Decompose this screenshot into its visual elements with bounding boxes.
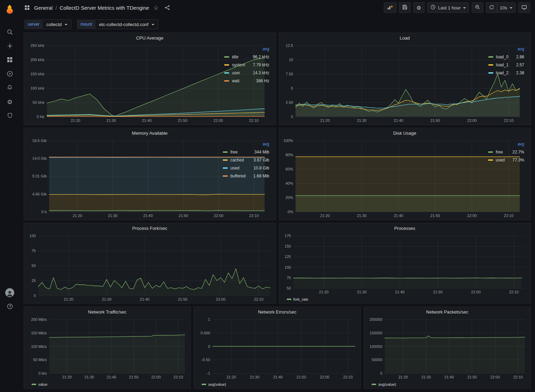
grafana-logo-icon[interactable] — [3, 3, 16, 15]
svg-text:22:00: 22:00 — [467, 214, 477, 218]
svg-text:22:00: 22:00 — [216, 297, 226, 301]
time-range-picker[interactable]: Last 1 hour — [427, 2, 469, 13]
svg-text:22:00: 22:00 — [320, 375, 330, 379]
panel-header[interactable]: CPU Average — [24, 33, 276, 43]
svg-text:21:50: 21:50 — [433, 290, 443, 294]
search-minus-icon — [475, 5, 480, 11]
legend-item-value[interactable]: value — [32, 381, 47, 388]
panel-header[interactable]: Process Fork/sec — [24, 223, 276, 233]
svg-text:150 Mb/s: 150 Mb/s — [31, 331, 47, 335]
zoom-out-button[interactable] — [472, 2, 483, 13]
variable-mount-dropdown[interactable]: etc-collectd-collectd.conf — [96, 19, 158, 29]
save-icon — [402, 5, 407, 11]
panel-title-text: Network Errors/sec — [258, 309, 297, 315]
panel-header[interactable]: Load — [279, 33, 531, 43]
svg-text:21:50: 21:50 — [178, 297, 188, 301]
panel-title-text: Load — [400, 35, 410, 41]
panel-header[interactable]: Memory Available — [24, 128, 276, 138]
plus-icon — [7, 43, 13, 51]
svg-text:50 Mb/s: 50 Mb/s — [33, 358, 47, 362]
svg-text:21:40: 21:40 — [273, 375, 283, 379]
refresh-button[interactable] — [486, 2, 497, 13]
svg-text:21:20: 21:20 — [320, 214, 330, 218]
panel-header[interactable]: Network Traffic/sec — [24, 307, 191, 317]
memory-available-chart[interactable]: 21:2021:3021:4021:5022:0022:100 b4.66 Gi… — [27, 138, 221, 219]
disk-usage-chart[interactable]: 21:2021:3021:4021:5022:0022:100%20%40%60… — [282, 138, 486, 219]
grafana-app: ⚙ General / CollectD Server Metrics with… — [0, 0, 535, 392]
network-errors-chart[interactable]: 21:2021:3021:4021:5022:0022:10-1-0.5000.… — [197, 317, 358, 381]
svg-text:21:30: 21:30 — [106, 118, 116, 123]
svg-text:100 Mb/s: 100 Mb/s — [31, 344, 47, 349]
shield-icon — [7, 112, 13, 120]
variable-server-dropdown[interactable]: collectd — [43, 19, 71, 29]
svg-text:21:20: 21:20 — [64, 297, 74, 301]
share-icon[interactable] — [163, 3, 171, 12]
star-icon[interactable]: ☆ — [152, 3, 160, 12]
bell-icon — [7, 84, 13, 92]
svg-text:75: 75 — [32, 249, 36, 253]
cycle-view-button[interactable] — [518, 2, 530, 13]
user-avatar[interactable] — [5, 288, 14, 297]
legend-item-avg-value-[interactable]: avg(value) — [202, 381, 226, 388]
panel-memory-available: Memory Available 21:2021:3021:4021:5022:… — [24, 128, 276, 220]
svg-text:21:20: 21:20 — [62, 375, 72, 379]
panel-cpu-average: CPU Average 21:2021:3021:4021:5022:0022:… — [24, 33, 276, 125]
svg-text:2.50: 2.50 — [285, 100, 293, 105]
svg-text:1: 1 — [208, 317, 210, 322]
svg-text:22:00: 22:00 — [151, 375, 161, 379]
sidebar-item-create[interactable] — [2, 40, 17, 53]
save-dashboard-button[interactable] — [399, 2, 411, 13]
navbar-toolbar: ⚙ Last 1 hour 10s — [384, 2, 530, 13]
sidebar-item-alerting[interactable] — [2, 81, 17, 95]
panel-process-fork: Process Fork/sec 21:2021:3021:4021:5022:… — [24, 223, 276, 304]
navbar: General / CollectD Server Metrics with T… — [19, 0, 535, 15]
legend-item-fork_rate[interactable]: fork_rate — [287, 295, 308, 303]
add-panel-button[interactable] — [384, 2, 396, 13]
svg-text:175: 175 — [284, 234, 291, 238]
panel-title-text: Network Traffic/sec — [88, 309, 126, 315]
chevron-down-icon — [65, 24, 67, 25]
breadcrumb-folder[interactable]: General — [34, 5, 52, 11]
dashboard-settings-button[interactable]: ⚙ — [413, 2, 424, 13]
svg-text:21:50: 21:50 — [129, 375, 139, 379]
network-packets-chart[interactable]: 21:2021:3021:4021:5022:0022:100500001000… — [367, 317, 528, 381]
cpu-average-chart[interactable]: 21:2021:3021:4021:5022:0022:100 Hz50 kHz… — [27, 43, 222, 124]
sidebar-item-search[interactable] — [2, 26, 17, 40]
legend-item-avg-value-[interactable]: avg(value) — [372, 381, 396, 388]
packets-legend: avg(value) — [367, 381, 528, 388]
panel-header[interactable]: Network Errors/sec — [194, 307, 360, 317]
svg-text:100: 100 — [284, 265, 291, 269]
time-range-label: Last 1 hour — [438, 5, 461, 10]
svg-text:50: 50 — [286, 286, 291, 290]
svg-text:150 kHz: 150 kHz — [31, 72, 44, 76]
load-chart[interactable]: 21:2021:3021:4021:5022:0022:1002.5057.50… — [282, 43, 486, 124]
errors-legend: avg(value) — [197, 381, 358, 388]
svg-text:9.31 Gib: 9.31 Gib — [32, 174, 47, 178]
svg-text:21:40: 21:40 — [140, 297, 149, 301]
svg-text:100: 100 — [30, 234, 36, 238]
svg-text:21:50: 21:50 — [467, 375, 477, 379]
dashboard-title[interactable]: CollectD Server Metrics with TDengine — [60, 5, 149, 11]
sidebar-item-help[interactable] — [2, 302, 17, 312]
svg-text:21:20: 21:20 — [226, 375, 236, 379]
sidebar-item-dashboards[interactable] — [2, 53, 17, 67]
process-fork-chart[interactable]: 21:2021:3021:4021:5022:0022:100255075100 — [27, 233, 273, 303]
sidebar-item-server-admin[interactable] — [2, 109, 17, 123]
svg-text:25: 25 — [32, 278, 36, 283]
sidebar-item-explore[interactable] — [2, 67, 17, 81]
apps-grid-icon[interactable] — [23, 3, 31, 12]
svg-text:-0.50: -0.50 — [201, 358, 210, 362]
svg-text:22:00: 22:00 — [471, 290, 481, 294]
series-color-swatch — [202, 384, 206, 385]
sidebar-item-configuration[interactable]: ⚙ — [2, 95, 17, 109]
network-traffic-chart[interactable]: 21:2021:3021:4021:5022:0022:100 b/s50 Mb… — [27, 317, 188, 381]
refresh-interval-dropdown[interactable]: 10s — [497, 2, 516, 13]
panel-header[interactable]: Processes — [279, 223, 531, 233]
svg-text:50 kHz: 50 kHz — [33, 100, 44, 105]
svg-text:22:10: 22:10 — [254, 297, 264, 301]
svg-text:200000: 200000 — [370, 317, 382, 322]
processes-chart[interactable]: 21:2021:3021:4021:5022:0022:105075100125… — [282, 233, 528, 295]
panel-header[interactable]: Disk Usage — [279, 128, 531, 138]
panel-header[interactable]: Network Packets/sec — [364, 307, 530, 317]
svg-text:22:10: 22:10 — [173, 375, 183, 379]
